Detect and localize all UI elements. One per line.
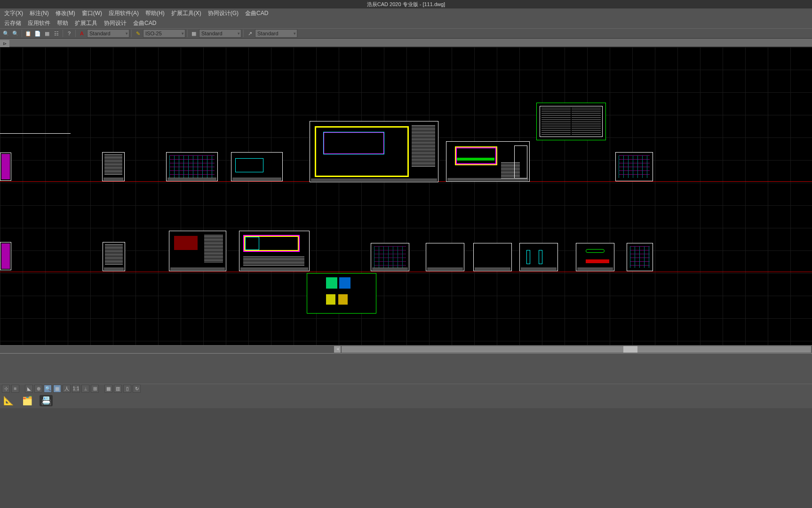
grid-display-toggle[interactable]: ▦ (104, 385, 112, 393)
snap-toggle[interactable]: ⊹ (2, 385, 10, 393)
drawing-sheet[interactable] (576, 243, 614, 271)
task-app-2-icon[interactable]: 🗂️ (21, 395, 34, 406)
help-icon[interactable]: ? (65, 29, 73, 38)
properties-icon[interactable]: ☷ (52, 29, 61, 38)
drawing-sheet[interactable] (426, 243, 464, 271)
task-app-3-icon[interactable]: 📇 (40, 395, 53, 406)
selection-toggle[interactable]: ⊞ (91, 385, 99, 393)
cycle-toggle[interactable]: ↻ (133, 385, 141, 393)
doc-tab[interactable]: ⊳ (0, 40, 9, 48)
drawing-sheet[interactable] (627, 243, 653, 271)
scale-toggle[interactable]: 1:1 (72, 385, 80, 393)
zoom-out-icon[interactable]: 🔍 (11, 29, 20, 38)
drawing-sheet[interactable] (473, 243, 512, 271)
drawing-sheet[interactable] (166, 152, 218, 181)
table-icon[interactable]: ▦ (43, 29, 51, 38)
title-bar: 浩辰CAD 2020 专业版 - [111.dwg] (0, 0, 812, 8)
drawing-sheet[interactable] (519, 243, 558, 271)
multileader-style-icon[interactable]: ↗ (246, 29, 254, 38)
drawing-sheet[interactable] (446, 141, 530, 182)
zoom-in-icon[interactable]: 🔍 (2, 29, 10, 38)
drawing-sheet[interactable] (102, 152, 125, 181)
lineweight-toggle[interactable]: ⟂ (81, 385, 89, 393)
drawing-sheet[interactable] (307, 273, 376, 314)
menu2-help[interactable]: 帮助 (54, 19, 72, 27)
table-style-icon[interactable]: ▦ (190, 29, 198, 38)
separator (243, 30, 244, 37)
horizontal-scrollbar[interactable] (342, 346, 811, 353)
menu-extension-tools[interactable]: 扩展工具(X) (168, 9, 205, 17)
ortho-toggle[interactable]: ◣ (25, 385, 33, 393)
separator (131, 30, 132, 37)
osnap-toggle[interactable]: 🔍 (44, 385, 52, 393)
scroll-left-icon[interactable]: ◂ (334, 346, 341, 353)
drawing-sheet[interactable] (0, 153, 11, 181)
taskbar: 📐 🗂️ 📇 (0, 393, 812, 408)
menu-bar-2: 云存储 应用软件 帮助 扩展工具 协同设计 金曲CAD (0, 18, 812, 28)
app-title: 浩辰CAD 2020 专业版 - [111.dwg] (367, 1, 445, 7)
menu-bar-1: 文字(X) 标注(N) 修改(M) 窗口(W) 应用软件(A) 帮助(H) 扩展… (0, 8, 812, 18)
scrollbar-thumb[interactable] (623, 346, 637, 353)
grid-toggle[interactable]: ≡ (11, 385, 19, 393)
menu-dimension[interactable]: 标注(N) (26, 9, 52, 17)
menu2-cloud[interactable]: 云存储 (1, 19, 24, 27)
drawing-sheet-table[interactable] (536, 103, 606, 140)
dim-style-select[interactable]: ISO-25 (143, 29, 185, 38)
menu-app-software[interactable]: 应用软件(A) (105, 9, 142, 17)
menu-text[interactable]: 文字(X) (1, 9, 26, 17)
menu2-jinqu-cad[interactable]: 金曲CAD (130, 19, 159, 27)
dim-style-icon[interactable]: ✎ (134, 29, 142, 38)
separator (22, 30, 22, 37)
text-style-select[interactable]: Standard (87, 29, 129, 38)
line (0, 133, 71, 134)
drawing-sheet[interactable] (169, 231, 226, 271)
drawing-sheet[interactable] (615, 152, 653, 181)
menu-help[interactable]: 帮助(H) (142, 9, 168, 17)
separator (187, 30, 188, 37)
document-tabs: ⊳ (0, 39, 812, 47)
guide-line (0, 272, 812, 272)
drawing-sheet[interactable] (103, 242, 125, 271)
toolbar: 🔍 🔍 📋 📄 ▦ ☷ ? A Standard ✎ ISO-25 ▦ Stan… (0, 28, 812, 39)
text-style-icon[interactable]: A (78, 29, 86, 38)
drawing-sheet[interactable] (231, 152, 283, 181)
drawing-canvas[interactable] (0, 47, 812, 346)
menu-jinqu-cad[interactable]: 金曲CAD (242, 9, 271, 17)
annotation-toggle[interactable]: ▯ (123, 385, 131, 393)
multileader-style-select[interactable]: Standard (255, 29, 297, 38)
layout-tabs: ◂ (0, 346, 812, 353)
menu2-extension-tools[interactable]: 扩展工具 (72, 19, 101, 27)
status-bar: ⊹ ≡ ◣ ⊕ 🔍 ▦ 人 1:1 ⟂ ⊞ ▦ ▥ ▯ ↻ (0, 384, 812, 393)
menu-collaboration[interactable]: 协同设计(G) (205, 9, 242, 17)
table-style-select[interactable]: Standard (199, 29, 241, 38)
command-line-area[interactable] (0, 353, 812, 384)
model-toggle[interactable]: ▥ (114, 385, 122, 393)
grid-overlay (0, 47, 812, 345)
task-app-1-icon[interactable]: 📐 (2, 395, 15, 406)
drawing-sheet-main[interactable] (310, 121, 438, 182)
separator (63, 30, 63, 37)
polar-toggle[interactable]: ⊕ (34, 385, 42, 393)
copy-icon[interactable]: 📄 (33, 29, 42, 38)
menu2-collaboration[interactable]: 协同设计 (101, 19, 130, 27)
dyn-input-toggle[interactable]: 人 (63, 385, 71, 393)
drawing-sheet[interactable] (371, 243, 409, 271)
menu2-app-software[interactable]: 应用软件 (24, 19, 54, 27)
otrack-toggle[interactable]: ▦ (53, 385, 61, 393)
drawing-sheet[interactable] (0, 242, 11, 270)
menu-modify[interactable]: 修改(M) (52, 9, 79, 17)
drawing-sheet[interactable] (239, 231, 310, 271)
menu-window[interactable]: 窗口(W) (79, 9, 105, 17)
paste-icon[interactable]: 📋 (24, 29, 32, 38)
separator (75, 30, 76, 37)
